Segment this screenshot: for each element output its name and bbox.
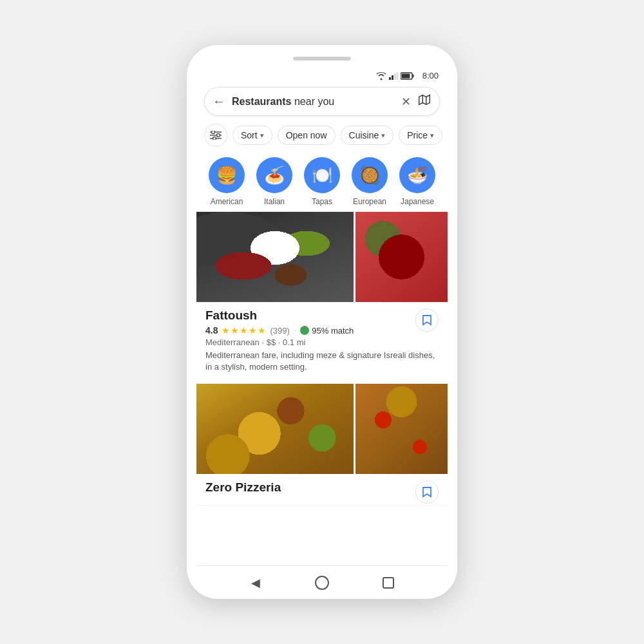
- restaurant-images-fattoush: [196, 212, 448, 302]
- dot-separator: ·: [294, 325, 296, 336]
- category-italian[interactable]: 🍝 Italian: [255, 157, 294, 206]
- meta-sep1: ·: [261, 337, 266, 347]
- restaurant-description: Mediterranean fare, including meze & sig…: [205, 350, 439, 373]
- wifi-icon: [376, 72, 386, 80]
- svg-rect-6: [412, 74, 413, 77]
- search-query-rest: near you: [291, 96, 334, 107]
- svg-point-14: [213, 137, 216, 140]
- phone-screen: 8:00 ← Restaurants near you ✕: [196, 67, 448, 599]
- filter-icon-button[interactable]: [204, 124, 227, 147]
- meta-sep2: ·: [278, 337, 283, 347]
- restaurant-name-fattoush: Fattoush: [205, 308, 439, 323]
- category-italian-icon: 🍝: [256, 157, 292, 193]
- cuisine-filter-button[interactable]: Cuisine ▾: [341, 126, 394, 145]
- status-bar: 8:00: [196, 67, 448, 83]
- restaurant-image-fattoush-side: [355, 212, 448, 302]
- cuisine-label: Cuisine: [349, 130, 379, 140]
- battery-icon: [401, 72, 415, 80]
- phone-frame: 8:00 ← Restaurants near you ✕: [187, 45, 457, 599]
- category-tapas[interactable]: 🍽️ Tapas: [303, 157, 341, 206]
- restaurant-card-pizza[interactable]: Zero Pizzeria: [196, 384, 448, 506]
- filter-bar: Sort ▾ Open now Cuisine ▾ Price ▾: [196, 121, 448, 152]
- cuisine-arrow: ▾: [381, 131, 385, 140]
- category-tapas-icon: 🍽️: [304, 157, 340, 193]
- star-1: ★: [222, 325, 230, 336]
- restaurant-info-fattoush: Fattoush 4.8 ★ ★ ★ ★ ★ (399) ·: [196, 302, 448, 375]
- match-dot-icon: [300, 326, 309, 335]
- svg-rect-0: [389, 77, 391, 80]
- signal-icon: [389, 72, 398, 80]
- sort-filter-button[interactable]: Sort ▾: [232, 126, 272, 145]
- restaurant-card-fattoush[interactable]: Fattoush 4.8 ★ ★ ★ ★ ★ (399) ·: [196, 212, 448, 384]
- search-query-bold: Restaurants: [232, 96, 291, 107]
- clear-icon[interactable]: ✕: [401, 95, 411, 109]
- svg-point-13: [217, 134, 220, 137]
- star-2: ★: [231, 325, 239, 336]
- price-range: $$: [267, 337, 276, 347]
- bookmark-button-pizza[interactable]: [415, 480, 439, 504]
- svg-rect-2: [394, 73, 396, 80]
- back-button[interactable]: ←: [213, 94, 225, 109]
- nav-square-icon: [383, 577, 394, 589]
- category-japanese-label: Japanese: [401, 197, 434, 206]
- category-european-label: European: [353, 197, 386, 206]
- match-badge: 95% match: [300, 326, 354, 336]
- svg-rect-1: [392, 75, 393, 80]
- svg-point-12: [212, 131, 215, 134]
- search-text: Restaurants near you: [232, 96, 395, 108]
- map-icon[interactable]: [417, 93, 431, 110]
- nav-back-button[interactable]: ◀: [244, 571, 267, 594]
- sort-label: Sort: [241, 130, 258, 140]
- svg-rect-5: [401, 73, 410, 78]
- category-row: 🍔 American 🍝 Italian 🍽️ Tapas 🥘 European…: [196, 152, 448, 212]
- search-bar-wrap: ← Restaurants near you ✕: [196, 83, 448, 121]
- star-3: ★: [240, 325, 248, 336]
- restaurant-name-pizza: Zero Pizzeria: [205, 480, 439, 495]
- category-tapas-label: Tapas: [312, 197, 332, 206]
- category-european-icon: 🥘: [352, 157, 388, 193]
- star-4: ★: [249, 325, 257, 336]
- category-american-label: American: [211, 197, 243, 206]
- nav-back-icon: ◀: [251, 576, 260, 590]
- search-bar[interactable]: ← Restaurants near you ✕: [204, 87, 440, 116]
- nav-recents-button[interactable]: [377, 571, 400, 594]
- status-time: 8:00: [422, 71, 439, 80]
- search-bar-icons: ✕: [401, 93, 431, 110]
- cuisine-type: Mediterranean: [205, 337, 260, 347]
- restaurant-meta-fattoush: Mediterranean · $$ · 0.1 mi: [205, 337, 439, 347]
- open-now-filter-button[interactable]: Open now: [278, 126, 336, 145]
- price-filter-button[interactable]: Price ▾: [399, 126, 442, 145]
- restaurant-image-pizza-side: [355, 384, 448, 474]
- bookmark-button-fattoush[interactable]: [415, 308, 439, 332]
- match-text: 95% match: [312, 326, 354, 336]
- distance: 0.1 mi: [283, 337, 305, 347]
- category-japanese-icon: 🍜: [399, 157, 435, 193]
- open-now-label: Open now: [286, 130, 327, 140]
- rating-count: (399): [270, 326, 289, 336]
- category-european[interactable]: 🥘 European: [350, 157, 389, 206]
- nav-home-icon: [315, 576, 329, 590]
- status-icons: [376, 72, 415, 80]
- star-half: ★: [258, 325, 266, 336]
- restaurant-list: Fattoush 4.8 ★ ★ ★ ★ ★ (399) ·: [196, 212, 448, 565]
- rating-row-fattoush: 4.8 ★ ★ ★ ★ ★ (399) · 95% match: [205, 325, 439, 336]
- price-arrow: ▾: [430, 131, 434, 140]
- stars-fattoush: ★ ★ ★ ★ ★: [222, 325, 266, 336]
- phone-notch: [293, 57, 351, 61]
- restaurant-image-pizza-main: [196, 384, 354, 474]
- category-italian-label: Italian: [264, 197, 285, 206]
- price-label: Price: [407, 130, 428, 140]
- category-japanese[interactable]: 🍜 Japanese: [398, 157, 437, 206]
- category-american-icon: 🍔: [209, 157, 245, 193]
- svg-rect-3: [397, 72, 398, 80]
- sort-arrow: ▾: [260, 131, 264, 140]
- bottom-nav: ◀: [196, 565, 448, 599]
- rating-number: 4.8: [205, 325, 218, 336]
- restaurant-images-pizza: [196, 384, 448, 474]
- restaurant-image-fattoush-main: [196, 212, 354, 302]
- nav-home-button[interactable]: [310, 571, 334, 594]
- category-american[interactable]: 🍔 American: [207, 157, 246, 206]
